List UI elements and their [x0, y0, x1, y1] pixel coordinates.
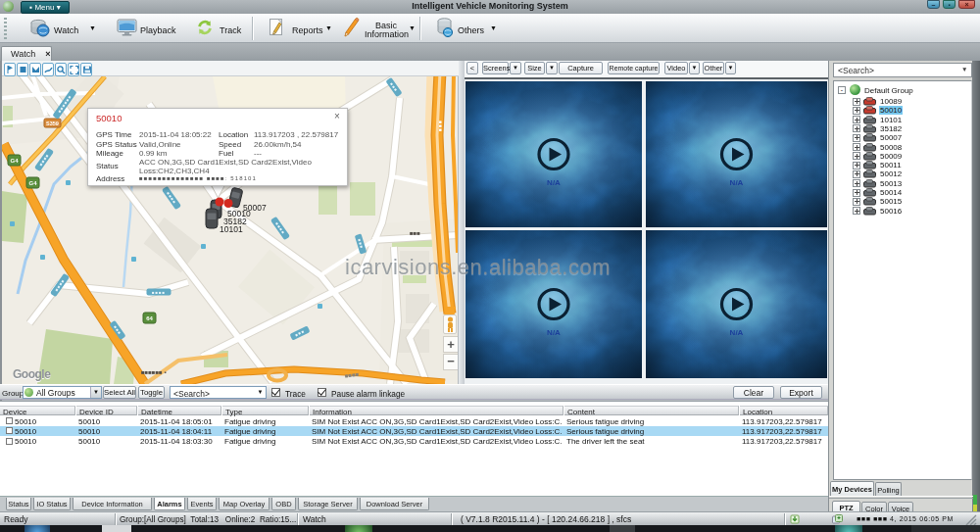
svg-text:N/A: N/A — [730, 328, 744, 337]
svg-text:■■■■■■ ▪: ■■■■■■ ▪ — [141, 369, 167, 375]
svg-text:G4: G4 — [10, 158, 19, 164]
svg-text:G4: G4 — [28, 180, 37, 186]
svg-text:■■■: ■■■ — [410, 230, 420, 236]
svg-text:N/A: N/A — [730, 178, 744, 187]
svg-text:N/A: N/A — [547, 328, 561, 337]
svg-text:S359: S359 — [46, 121, 59, 126]
svg-text:■■■■: ■■■■ — [152, 290, 166, 295]
svg-text:10101: 10101 — [220, 224, 243, 234]
svg-text:N/A: N/A — [547, 178, 561, 187]
svg-text:■■■: ■■■ — [438, 121, 444, 132]
svg-text:64: 64 — [146, 315, 153, 321]
